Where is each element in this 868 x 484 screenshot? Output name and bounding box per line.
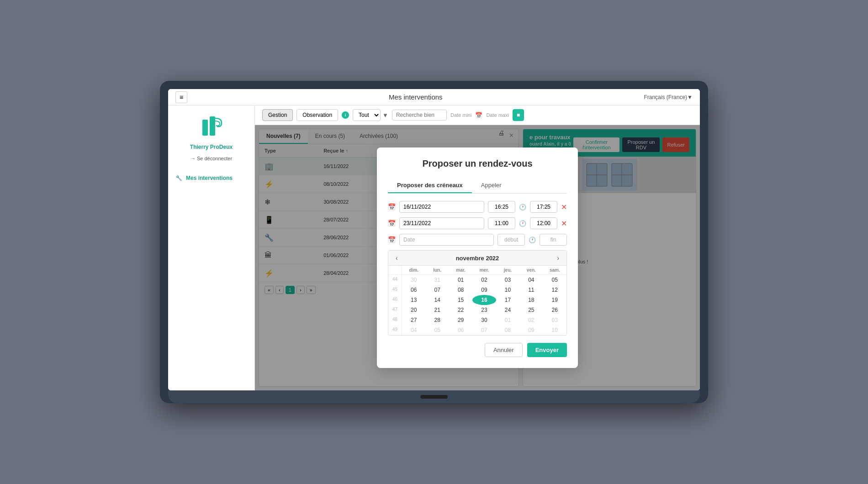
cal-day[interactable]: 24 (496, 305, 519, 315)
calendar-icon-slot3: 📅 (388, 236, 396, 243)
logo (198, 113, 225, 140)
cal-day[interactable]: 04 (519, 275, 543, 285)
cal-day[interactable]: 05 (425, 325, 449, 335)
topbar: ≡ Mes interventions Français (France)▼ (168, 89, 700, 105)
sidebar-nav-label: Mes interventions (186, 175, 233, 181)
cal-day[interactable]: 10 (543, 325, 566, 335)
cal-day[interactable]: 25 (519, 305, 543, 315)
cal-day[interactable]: 21 (425, 305, 449, 315)
cal-day[interactable]: 19 (543, 295, 566, 305)
cal-day[interactable]: 12 (543, 285, 566, 295)
cal-day[interactable]: 30 (402, 275, 425, 285)
cal-day[interactable]: 06 (449, 325, 472, 335)
page-title: Mes interventions (389, 93, 443, 101)
clock-icon-slot3: 🕐 (529, 237, 536, 243)
modal-dialog: Proposer un rendez-vous Proposer des cré… (377, 147, 578, 368)
cal-day[interactable]: 20 (402, 305, 425, 315)
cal-day[interactable]: 09 (472, 285, 496, 295)
svg-rect-0 (202, 120, 208, 136)
cal-day[interactable]: 10 (496, 285, 519, 295)
cal-day[interactable]: 07 (425, 285, 449, 295)
cal-day[interactable]: 16 (472, 295, 496, 305)
cal-day[interactable]: 31 (425, 275, 449, 285)
cal-day-header: mer. (472, 266, 496, 275)
time-slot-3: 📅 🕐 (388, 234, 567, 246)
language-selector[interactable]: Français (France)▼ (644, 94, 693, 100)
calendar-header: ‹ novembre 2022 › (388, 251, 566, 266)
logout-button[interactable]: → Se déconnecter (191, 156, 232, 161)
cal-day[interactable]: 04 (402, 325, 425, 335)
cal-day[interactable]: 06 (402, 285, 425, 295)
cal-day-header: sam. (543, 266, 566, 275)
sidebar-item-interventions[interactable]: 🔧 Mes interventions (168, 170, 254, 186)
cal-day[interactable]: 14 (425, 295, 449, 305)
cal-day[interactable]: 18 (519, 295, 543, 305)
cal-day[interactable]: 30 (472, 315, 496, 325)
cal-week-number: 45 (388, 285, 402, 295)
cal-day[interactable]: 11 (519, 285, 543, 295)
modal-tab-appeler[interactable]: Appeler (472, 178, 511, 193)
cal-next-button[interactable]: › (555, 254, 561, 262)
calendar-grid: dim.lun.mar.mer.jeu.ven.sam.443031010203… (388, 266, 566, 335)
search-input[interactable] (392, 110, 447, 121)
observation-button[interactable]: Observation (296, 109, 338, 121)
cal-day[interactable]: 02 (519, 315, 543, 325)
gestion-button[interactable]: Gestion (262, 109, 293, 121)
cal-prev-button[interactable]: ‹ (394, 254, 400, 262)
slot2-end-input[interactable] (530, 217, 557, 229)
filter-apply-button[interactable]: ■ (513, 109, 524, 121)
cal-day[interactable]: 03 (543, 315, 566, 325)
cal-day[interactable]: 26 (543, 305, 566, 315)
modal-tab-creneaux[interactable]: Proposer des créneaux (388, 178, 472, 193)
time-slot-1: 📅 🕐 ✕ (388, 201, 567, 213)
sidebar-brand: Thierry ProDeux (190, 144, 233, 150)
info-icon[interactable]: i (342, 111, 349, 119)
filter-select[interactable]: Tout (353, 109, 381, 121)
cal-day-header: jeu. (496, 266, 519, 275)
cal-corner (388, 266, 402, 275)
cal-week-number: 48 (388, 315, 402, 325)
cal-day[interactable]: 01 (496, 315, 519, 325)
cal-day[interactable]: 29 (449, 315, 472, 325)
slot2-start-input[interactable] (488, 217, 515, 229)
slot1-start-input[interactable] (488, 201, 515, 213)
cal-day[interactable]: 27 (402, 315, 425, 325)
cal-day[interactable]: 07 (472, 325, 496, 335)
cal-day[interactable]: 15 (449, 295, 472, 305)
cal-day[interactable]: 05 (543, 275, 566, 285)
hamburger-button[interactable]: ≡ (175, 91, 187, 103)
interventions-icon: 🔧 (175, 175, 182, 181)
modal-footer: Annuler Envoyer (388, 343, 567, 357)
slot2-date-input[interactable] (399, 217, 484, 229)
slot3-end-input[interactable] (540, 234, 567, 246)
modal-overlay: Proposer un rendez-vous Proposer des cré… (255, 125, 700, 390)
sidebar: Thierry ProDeux → Se déconnecter 🔧 Mes i… (168, 105, 255, 390)
cancel-button[interactable]: Annuler (485, 343, 523, 357)
cal-day[interactable]: 22 (449, 305, 472, 315)
cal-day[interactable]: 08 (449, 285, 472, 295)
slot1-end-input[interactable] (530, 201, 557, 213)
modal-tabs: Proposer des créneaux Appeler (388, 178, 567, 194)
calendar-icon-slot1: 📅 (388, 203, 396, 210)
date-maxi-label: Date maxi (486, 112, 509, 118)
slot3-date-input[interactable] (399, 234, 494, 246)
cal-week-number: 47 (388, 305, 402, 315)
cal-day[interactable]: 01 (449, 275, 472, 285)
cal-day[interactable]: 13 (402, 295, 425, 305)
cal-day[interactable]: 02 (472, 275, 496, 285)
modal-title: Proposer un rendez-vous (388, 158, 567, 169)
slot1-date-input[interactable] (399, 201, 484, 213)
cal-day[interactable]: 23 (472, 305, 496, 315)
slot3-start-input[interactable] (498, 234, 525, 246)
remove-slot1-button[interactable]: ✕ (561, 203, 567, 211)
time-slot-2: 📅 🕐 ✕ (388, 217, 567, 229)
cal-day[interactable]: 28 (425, 315, 449, 325)
send-button[interactable]: Envoyer (527, 343, 567, 357)
cal-day[interactable]: 03 (496, 275, 519, 285)
calendar-icon-mini[interactable]: 📅 (475, 112, 482, 119)
cal-day[interactable]: 17 (496, 295, 519, 305)
cal-day[interactable]: 09 (519, 325, 543, 335)
cal-day[interactable]: 08 (496, 325, 519, 335)
calendar-icon-slot2: 📅 (388, 220, 396, 227)
remove-slot2-button[interactable]: ✕ (561, 219, 567, 228)
